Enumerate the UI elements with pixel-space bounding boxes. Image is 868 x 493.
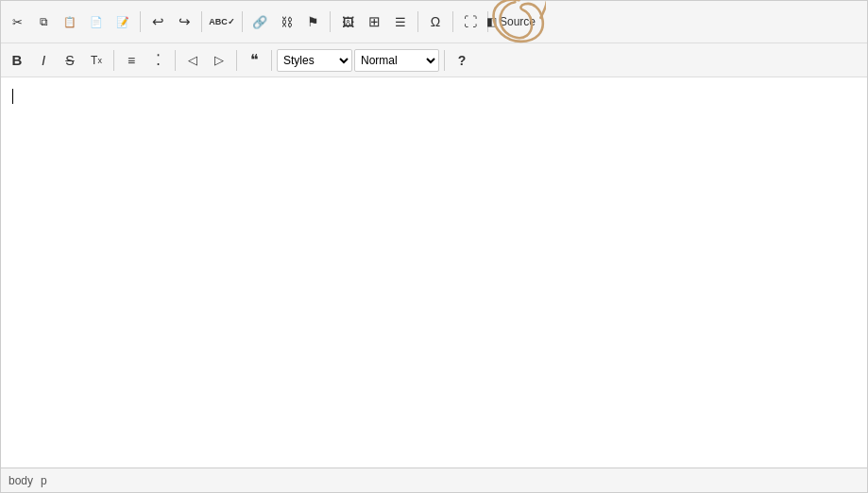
redo-button[interactable]: ↪ (172, 9, 196, 34)
image-button[interactable]: 🖼 (335, 9, 360, 34)
format-wrapper: Normal Heading 1 Heading 2 Heading 3 (354, 49, 439, 72)
status-bar: body p (1, 468, 867, 492)
table-button[interactable]: ⊞ (362, 9, 386, 34)
status-p: p (41, 474, 47, 487)
indent-more-button[interactable]: ▷ (207, 48, 231, 73)
separator3 (242, 11, 243, 32)
paste-button[interactable]: 📋 (58, 9, 82, 34)
separator4 (330, 11, 331, 32)
unordered-list-button[interactable]: ⁚ (145, 48, 170, 73)
paste-word-button[interactable]: 📝 (111, 9, 135, 34)
separator1 (140, 11, 141, 32)
separator8 (113, 50, 114, 71)
help-button[interactable]: ? (450, 48, 474, 73)
separator12 (444, 50, 445, 71)
separator6 (452, 11, 453, 32)
ordered-list-button[interactable]: ≡ (119, 48, 144, 73)
clear-format-label: T (91, 54, 97, 67)
styles-select[interactable]: Styles (277, 49, 352, 72)
status-body: body (9, 474, 33, 487)
styles-wrapper: Styles (277, 49, 352, 72)
editor-content-area[interactable] (1, 77, 867, 468)
italic-button[interactable]: I (31, 48, 56, 73)
undo-button[interactable]: ↩ (145, 9, 170, 34)
special-char-button[interactable]: Ω (423, 9, 448, 34)
toolbar-row1: ✂ ⧉ 📋 📄 📝 ↩ ↪ ABC✓ 🔗 ⛓ ⚑ 🖼 ⊞ ☰ Ω ⛶ ◧ Sou… (1, 1, 867, 43)
source-button[interactable]: ◧ Source (480, 9, 542, 34)
strikethrough-button[interactable]: S (58, 48, 82, 73)
indent-less-button[interactable]: ◁ (180, 48, 205, 73)
blockquote-button[interactable]: ❝ (242, 48, 266, 73)
cut-button[interactable]: ✂ (5, 9, 29, 34)
hr-button[interactable]: ☰ (388, 9, 413, 34)
copy-button[interactable]: ⧉ (31, 9, 56, 34)
format-select[interactable]: Normal Heading 1 Heading 2 Heading 3 (354, 49, 439, 72)
separator2 (201, 11, 202, 32)
paste-text-button[interactable]: 📄 (84, 9, 109, 34)
editor-container: ✂ ⧉ 📋 📄 📝 ↩ ↪ ABC✓ 🔗 ⛓ ⚑ 🖼 ⊞ ☰ Ω ⛶ ◧ Sou… (0, 0, 868, 493)
link-button[interactable]: 🔗 (247, 9, 272, 34)
separator5 (417, 11, 418, 32)
source-label: Source (500, 15, 536, 28)
toolbar-row2: B I S Tx ≡ ⁚ ◁ ▷ ❝ Styles Normal (1, 43, 867, 77)
separator9 (175, 50, 176, 71)
clear-format-button[interactable]: Tx (84, 48, 109, 73)
unlink-button[interactable]: ⛓ (274, 9, 298, 34)
anchor-button[interactable]: ⚑ (300, 9, 325, 34)
spellcheck-button[interactable]: ABC✓ (207, 9, 237, 34)
text-cursor (12, 89, 13, 104)
separator10 (236, 50, 237, 71)
separator11 (271, 50, 272, 71)
source-area: ◧ Source (493, 4, 529, 40)
bold-button[interactable]: B (5, 48, 29, 73)
